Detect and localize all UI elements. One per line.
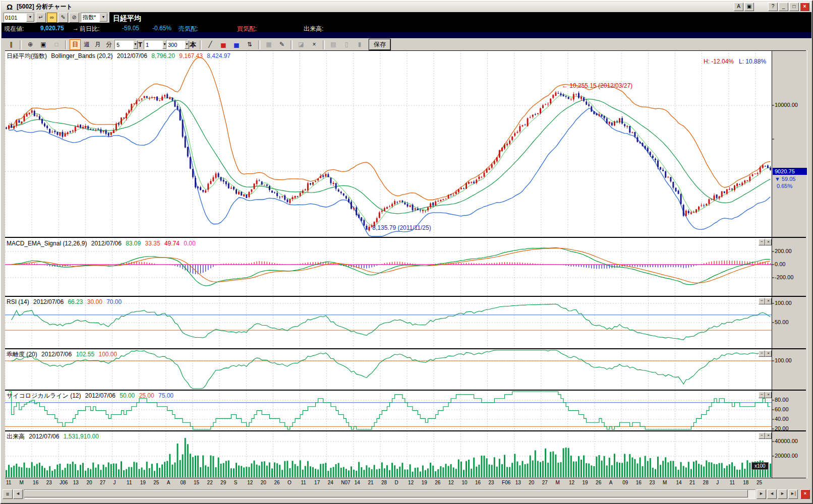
tick-interval-select-value: 1: [144, 42, 162, 48]
minute-interval-select[interactable]: 5▼: [114, 40, 137, 49]
low-annotation-text: 8,135.79 (2011/11/25): [372, 224, 431, 231]
x-axis-label: 11: [6, 480, 11, 485]
confirm-icon[interactable]: ↵: [36, 13, 46, 23]
chart-plot-area[interactable]: [5, 50, 772, 478]
panel-close-button[interactable]: ×: [765, 392, 772, 398]
rsi-lower-band-value: 30.00: [87, 298, 102, 305]
period-weekly-button[interactable]: 週: [82, 40, 92, 49]
change-value: -59.05: [122, 25, 139, 32]
panel-close-button[interactable]: ×: [765, 239, 772, 245]
price-change-tag: ▼ 59.05: [775, 176, 795, 182]
high-percent-label: H: -12.04%: [704, 58, 734, 65]
sort-updown-icon[interactable]: ⇅: [244, 39, 256, 50]
x-axis-label: J06: [60, 480, 68, 485]
x-axis-label: A: [609, 480, 613, 485]
bb-upper-value: 9,167.43: [179, 52, 203, 59]
page-paste-icon[interactable]: ▮: [354, 39, 366, 50]
draw-icon[interactable]: ✎: [276, 39, 288, 50]
x-axis-label: 18: [743, 480, 748, 485]
memo-icon[interactable]: ✎: [58, 13, 68, 23]
eraser-icon[interactable]: ◪: [295, 39, 307, 50]
psych-date: 2012/07/06: [85, 392, 115, 399]
x-axis-label: 23: [46, 480, 52, 485]
period-monthly-button[interactable]: 月: [93, 40, 103, 49]
scroll-grip[interactable]: ≡: [3, 489, 13, 499]
panel-minimize-button[interactable]: −: [759, 392, 765, 398]
panel-minimize-button[interactable]: −: [759, 239, 765, 245]
bottom-scrollbar-row: ≡ ◄ ► ◄ ► ►| ×: [2, 488, 811, 500]
kairi-date: 2012/07/06: [41, 351, 72, 358]
psych-lower-band-value: 25.00: [139, 392, 154, 399]
candlestick-chart-icon[interactable]: ∥: [5, 39, 17, 50]
y-axis-label: -200.00: [775, 274, 793, 280]
duplicate-chart-icon[interactable]: □: [50, 39, 63, 50]
x-axis-label: 12: [448, 480, 454, 485]
period-daily-button[interactable]: 日: [70, 39, 81, 50]
panel-close-button[interactable]: ×: [765, 432, 772, 439]
x-axis-label: D: [395, 480, 398, 485]
scroll-right-button[interactable]: ►: [757, 489, 766, 499]
nav-next-button[interactable]: ►: [778, 489, 787, 499]
zoom-icon[interactable]: ⊕: [24, 39, 36, 50]
main-indicator: Bollinger_Bands (20,2): [51, 52, 112, 59]
symbol-code-combo[interactable]: ▼: [4, 13, 35, 22]
period-minute-button[interactable]: 分: [104, 40, 114, 49]
nav-prev-button[interactable]: ◄: [767, 489, 777, 499]
x-axis-label: J: [716, 480, 719, 485]
category-dropdown-icon[interactable]: ▼: [99, 13, 107, 22]
change-arrow-icon: →: [73, 25, 79, 32]
x-axis-label: 29: [220, 480, 226, 485]
symbol-code-input[interactable]: [4, 14, 26, 21]
app-logo-icon: Ω: [7, 3, 13, 11]
maximize-button[interactable]: □: [789, 3, 799, 11]
panel-minimize-button[interactable]: −: [759, 298, 765, 304]
panel-close-button[interactable]: ×: [765, 298, 772, 304]
tick-interval-select[interactable]: 1▼: [144, 40, 166, 49]
window-bottom-border: [1, 500, 813, 504]
x-axis-label: S: [234, 480, 238, 485]
ask-label: 売気配:: [179, 25, 198, 33]
page-copy-icon[interactable]: ▯: [340, 39, 353, 50]
delete-drawing-icon[interactable]: ×: [308, 39, 320, 50]
layout-icon[interactable]: ▤: [327, 39, 339, 50]
rsi-panel-header: RSI (14) 2012/07/06 66.23 30.00 70.00: [7, 298, 124, 305]
scrollbar-track[interactable]: [24, 489, 756, 499]
symbol-dropdown-icon[interactable]: ▼: [26, 13, 34, 22]
y-axis-label: 100.00: [775, 357, 792, 363]
category-combo[interactable]: 指数* ▼: [81, 13, 108, 22]
last-price-value: 9,020.75: [40, 25, 64, 32]
close-button[interactable]: ×: [800, 3, 809, 11]
panel-close-button[interactable]: ×: [765, 350, 772, 357]
search-icon[interactable]: ∞: [47, 13, 57, 23]
titlebar[interactable]: Ω [5002] 分析チャート A ▣ ? _ □ ×: [2, 2, 811, 12]
help-button[interactable]: ?: [768, 3, 778, 11]
window-mode-button[interactable]: ▣: [744, 3, 754, 11]
x-axis-label: 27: [100, 480, 105, 485]
save-button[interactable]: 保存: [369, 39, 390, 50]
x-axis-label: 12: [408, 480, 414, 485]
panel-minimize-button[interactable]: −: [759, 432, 765, 439]
toolbar-separator: [291, 40, 293, 49]
clear-icon[interactable]: ⊘: [69, 13, 79, 23]
scroll-left-button[interactable]: ◄: [13, 489, 23, 499]
bar-count-select[interactable]: 300▼: [166, 40, 188, 49]
toolbar-separator: [20, 40, 22, 49]
volume-unit-badge: x100: [751, 462, 769, 470]
font-size-button[interactable]: A: [734, 3, 743, 11]
nav-end-button[interactable]: ►|: [788, 489, 798, 499]
scroll-close-button[interactable]: ×: [800, 489, 810, 499]
grid-icon[interactable]: ▦: [263, 39, 275, 50]
scrollbar-thumb[interactable]: [24, 490, 748, 497]
new-chart-icon[interactable]: ▣: [37, 39, 49, 50]
last-price-tag: 9020.75: [773, 168, 807, 175]
bar-count-select-dropdown-icon[interactable]: ▼: [185, 40, 189, 49]
volume-title: 出来高: [7, 433, 25, 440]
trendline-icon[interactable]: ╱: [204, 39, 216, 50]
compare-chart-red-icon[interactable]: ▅: [217, 39, 229, 50]
minimize-button[interactable]: _: [779, 3, 788, 11]
compare-chart-blue-icon[interactable]: ▅: [230, 39, 243, 50]
low-annotation-arrow-icon: ←: [365, 224, 371, 231]
minute-interval-select-dropdown-icon[interactable]: ▼: [133, 40, 138, 49]
panel-minimize-button[interactable]: −: [759, 350, 765, 357]
x-axis-label: M: [663, 480, 667, 485]
